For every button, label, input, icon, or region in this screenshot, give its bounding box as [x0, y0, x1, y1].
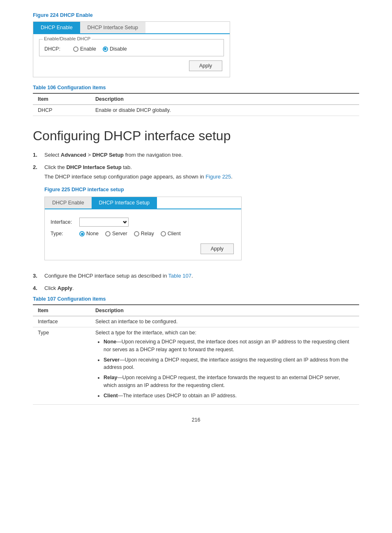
- figure-224-apply-button[interactable]: Apply: [189, 60, 222, 71]
- radio-none[interactable]: None: [79, 230, 99, 238]
- step-1-bold1: Advanced: [61, 152, 86, 158]
- dhcp-field-row: DHCP: Enable Disable: [44, 46, 219, 52]
- radio-enable[interactable]: Enable: [73, 46, 96, 52]
- type-desc-list: None—Upon receiving a DHCP request, the …: [95, 338, 354, 399]
- table-106-item-dhcp: DHCP: [33, 105, 90, 116]
- step-1-num: 1.: [33, 151, 44, 159]
- table-106-col-desc: Description: [90, 93, 359, 105]
- step-4-bold: Apply: [58, 285, 72, 291]
- type-field-row: Type: None Server: [51, 230, 235, 238]
- step-2: 2. Click the DHCP Interface Setup tab. T…: [33, 163, 359, 268]
- step-2-num: 2.: [33, 163, 44, 268]
- figure-224-body: Enable/Disable DHCP DHCP: Enable Disable…: [33, 34, 230, 77]
- radio-server[interactable]: Server: [105, 230, 127, 238]
- steps-list: 1. Select Advanced > DHCP Setup from the…: [33, 151, 359, 292]
- figure-225-body: Interface: Type: None: [45, 209, 241, 260]
- table-106-label: Table 106 Configuration items: [33, 85, 359, 90]
- table-row: Interface Select an interface to be conf…: [33, 316, 359, 327]
- dhcp-label: DHCP:: [44, 46, 73, 52]
- figure-225-apply-row: Apply: [51, 243, 235, 254]
- type-radio-group: None Server Relay: [79, 230, 181, 238]
- interface-select-wrapper: [79, 218, 129, 227]
- figure-225-link[interactable]: Figure 225: [205, 174, 231, 180]
- step-4: 4. Click Apply.: [33, 284, 359, 292]
- type-client-desc: Client—The interface uses DHCP to obtain…: [104, 392, 354, 400]
- figure-224-label: Figure 224 DHCP Enable: [33, 12, 359, 18]
- table-107: Item Description Interface Select an int…: [33, 304, 359, 405]
- section-heading: Configuring DHCP interface setup: [33, 128, 359, 144]
- table-107-link[interactable]: Table 107: [168, 273, 191, 279]
- page-number: 216: [33, 417, 359, 423]
- interface-label: Interface:: [51, 218, 79, 226]
- step-4-num: 4.: [33, 284, 44, 292]
- type-relay-desc: Relay—Upon receiving a DHCP request, the…: [104, 374, 354, 389]
- figure-224-apply-row: Apply: [39, 60, 224, 71]
- radio-disable[interactable]: Disable: [103, 46, 127, 52]
- radio-server-label: Server: [112, 230, 127, 238]
- type-desc-intro: Select a type for the interface, which c…: [95, 330, 196, 336]
- table-row: Type Select a type for the interface, wh…: [33, 327, 359, 405]
- tab-dhcp-interface-setup-225[interactable]: DHCP Interface Setup: [92, 197, 157, 209]
- step-2-text: Click the DHCP Interface Setup tab.: [44, 163, 359, 171]
- table-row: DHCP Enable or disable DHCP globally.: [33, 105, 359, 116]
- step-3: 3. Configure the DHCP interface setup as…: [33, 272, 359, 280]
- radio-server-dot: [105, 231, 111, 236]
- radio-relay-dot: [134, 231, 139, 236]
- radio-enable-dot: [73, 46, 78, 52]
- tab-dhcp-interface-setup-224[interactable]: DHCP Interface Setup: [80, 22, 145, 33]
- step-2-sub: The DHCP interface setup configuration p…: [44, 173, 359, 181]
- radio-none-dot: [79, 231, 85, 236]
- step-2-bold: DHCP Interface Setup: [66, 164, 121, 170]
- radio-relay[interactable]: Relay: [134, 230, 154, 238]
- step-1-bold2: DHCP Setup: [92, 152, 124, 158]
- dhcp-radio-group: Enable Disable: [73, 46, 127, 52]
- radio-client-dot: [161, 231, 166, 236]
- figure-225-tab-bar: DHCP Enable DHCP Interface Setup: [45, 197, 241, 209]
- radio-relay-label: Relay: [141, 230, 154, 238]
- figure-225-apply-button[interactable]: Apply: [201, 243, 234, 254]
- figure-224-tab-bar: DHCP Enable DHCP Interface Setup: [33, 22, 230, 34]
- step-3-content: Configure the DHCP interface setup as de…: [44, 272, 359, 280]
- table-106-col-item: Item: [33, 93, 90, 105]
- step-1: 1. Select Advanced > DHCP Setup from the…: [33, 151, 359, 159]
- step-3-num: 3.: [33, 272, 44, 280]
- interface-select[interactable]: [79, 218, 129, 227]
- table-107-col-desc: Description: [90, 305, 359, 316]
- table-106-desc-dhcp: Enable or disable DHCP globally.: [90, 105, 359, 116]
- type-server-desc: Server—Upon receiving a DHCP request, th…: [104, 356, 354, 372]
- radio-none-label: None: [86, 230, 99, 238]
- table-107-item-type: Type: [33, 327, 90, 405]
- figure-224-panel: DHCP Enable DHCP Interface Setup Enable/…: [33, 21, 230, 77]
- radio-client[interactable]: Client: [161, 230, 181, 238]
- step-4-content: Click Apply.: [44, 284, 359, 292]
- figure-225-panel: DHCP Enable DHCP Interface Setup Interfa…: [44, 197, 242, 260]
- step-2-content: Click the DHCP Interface Setup tab. The …: [44, 163, 359, 268]
- step-1-content: Select Advanced > DHCP Setup from the na…: [44, 151, 359, 159]
- radio-client-label: Client: [168, 230, 181, 238]
- interface-field-row: Interface:: [51, 218, 235, 227]
- type-none-desc: None—Upon receiving a DHCP request, the …: [104, 338, 354, 354]
- tab-dhcp-enable-225[interactable]: DHCP Enable: [45, 197, 92, 209]
- radio-enable-label: Enable: [80, 46, 96, 52]
- table-107-desc-type: Select a type for the interface, which c…: [90, 327, 359, 405]
- field-group-enable-disable: Enable/Disable DHCP DHCP: Enable Disable: [39, 39, 224, 56]
- table-107-col-item: Item: [33, 305, 90, 316]
- table-107-desc-interface: Select an interface to be configured.: [90, 316, 359, 327]
- table-107-label: Table 107 Configuration items: [33, 296, 359, 302]
- figure-225-label: Figure 225 DHCP interface setup: [44, 186, 359, 194]
- field-group-label: Enable/Disable DHCP: [43, 36, 92, 41]
- type-label: Type:: [51, 230, 79, 238]
- table-106: Item Description DHCP Enable or disable …: [33, 93, 359, 116]
- tab-dhcp-enable-224[interactable]: DHCP Enable: [33, 22, 80, 33]
- radio-disable-label: Disable: [110, 46, 127, 52]
- radio-disable-dot: [103, 46, 108, 52]
- table-107-item-interface: Interface: [33, 316, 90, 327]
